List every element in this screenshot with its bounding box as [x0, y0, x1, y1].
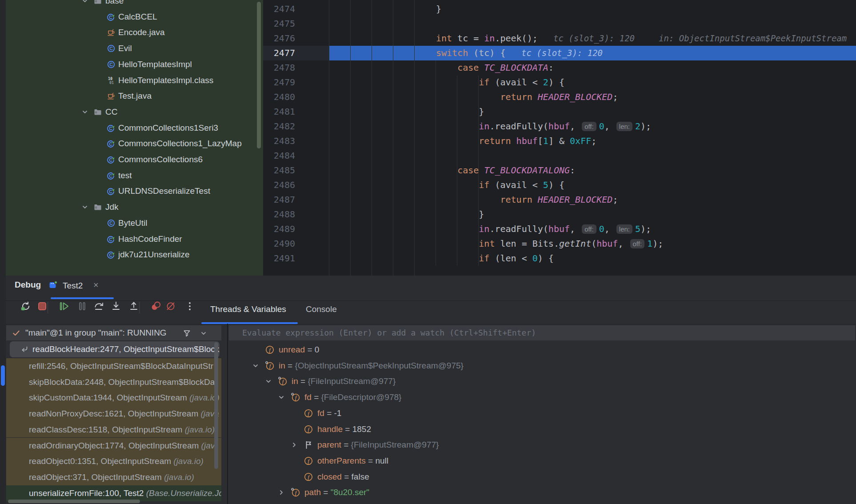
frame-row[interactable]: unserializeFromFile:100, Test2 (Base.Uns…	[6, 485, 221, 501]
view-breakpoints-button[interactable]	[150, 300, 163, 313]
frame-row-selected[interactable]: readBlockHeader:2477, ObjectInputStream$…	[10, 341, 220, 357]
editor-line: case TC_BLOCKDATALONG:	[329, 163, 575, 178]
variable-row-closed[interactable]: fclosed = false	[228, 469, 856, 485]
tree-item-urldnsdeserializetest[interactable]: CURLDNSDeserializeTest	[6, 183, 263, 199]
code-token: :	[548, 62, 554, 73]
variable-row-parent[interactable]: parent = {FileInputStream@977}	[228, 437, 856, 453]
line-number[interactable]: 2489	[263, 222, 295, 236]
line-number[interactable]: 2477	[263, 46, 295, 60]
chevron-down-icon[interactable]	[200, 330, 207, 337]
chevron-down-icon[interactable]	[278, 394, 285, 401]
variable-row-path[interactable]: fpath = "8u20.ser"	[228, 484, 856, 500]
line-number[interactable]: 2475	[263, 16, 295, 31]
line-number[interactable]: 2485	[263, 163, 295, 178]
chevron-right-icon[interactable]	[291, 441, 298, 448]
line-number[interactable]: 2484	[263, 148, 295, 163]
tab-threads-variables[interactable]: Threads & Variables	[210, 304, 286, 314]
tree-item-cc[interactable]: CC	[6, 104, 263, 120]
evaluate-expression-input[interactable]: Evaluate expression (Enter) or add a wat…	[229, 325, 855, 340]
variable-row-unread[interactable]: funread = 0	[228, 342, 856, 358]
variable-row-otherParents[interactable]: fotherParents = null	[228, 453, 856, 469]
variable-row-in[interactable]: fin = {ObjectInputStream$PeekInputStream…	[228, 358, 856, 374]
debug-tool-window-stripe-button[interactable]	[1, 365, 5, 386]
line-number[interactable]: 2478	[263, 60, 295, 75]
frame-row[interactable]: readClassDesc:1518, ObjectInputStream (j…	[6, 422, 221, 438]
line-number[interactable]: 2479	[263, 75, 295, 90]
line-number[interactable]: 2490	[263, 236, 295, 251]
tree-item-hellotemplatesimpl-class[interactable]: 1001HelloTemplatesImpl.class	[6, 72, 263, 88]
line-number[interactable]: 2488	[263, 207, 295, 222]
mute-breakpoints-button[interactable]	[165, 300, 177, 313]
frame-package: (Base.Unserialize.Jd	[146, 488, 221, 498]
code-token: );	[640, 224, 651, 234]
tab-console[interactable]: Console	[306, 304, 337, 314]
stop-button[interactable]	[36, 300, 49, 313]
frame-row[interactable]: readOrdinaryObject:1774, ObjectInputStre…	[6, 438, 221, 454]
thread-selector[interactable]: "main"@1 in group "main": RUNNING	[6, 325, 221, 340]
tree-item-test[interactable]: Ctest	[6, 168, 263, 184]
tree-item-evil[interactable]: CEvil	[6, 40, 263, 56]
line-number[interactable]: 2476	[263, 31, 295, 46]
tree-item-hellotemplatesimpl[interactable]: CHelloTemplatesImpl	[6, 56, 263, 72]
more-options-button[interactable]	[184, 300, 196, 313]
line-number[interactable]: 2483	[263, 134, 295, 148]
chevron-down-icon[interactable]	[81, 108, 88, 116]
variable-row-fd[interactable]: ffd = {FileDescriptor@978}	[228, 389, 856, 405]
tree-item-calcbcel[interactable]: CCalcBCEL	[6, 9, 263, 25]
tree-item-commonscollections6[interactable]: CCommonsCollections6	[6, 152, 263, 168]
chevron-right-icon[interactable]	[278, 489, 285, 496]
tree-item-commoncollections1seri3[interactable]: CCommonCollections1Seri3	[6, 120, 263, 136]
tree-item-test-java[interactable]: Test.java	[6, 88, 263, 104]
tree-item-encode-java[interactable]: Encode.java	[6, 24, 263, 40]
editor-line: return HEADER_BLOCKED;	[329, 90, 618, 104]
code-token	[532, 194, 538, 205]
code-token: TC_BLOCKDATALONG	[484, 165, 570, 176]
line-number[interactable]: 2481	[263, 104, 295, 119]
tree-item-byteutil[interactable]: CByteUtil	[6, 215, 263, 231]
tree-item-jdk[interactable]: Jdk	[6, 199, 263, 215]
variable-row-in[interactable]: fin = {FileInputStream@977}	[228, 373, 856, 389]
resume-button[interactable]	[59, 300, 71, 313]
variable-row-handle[interactable]: fhandle = 1852	[228, 421, 856, 437]
tree-item-base[interactable]: base	[6, 0, 263, 9]
chevron-down-icon[interactable]	[81, 204, 88, 211]
session-tab-test2[interactable]: Test2 ×	[48, 276, 119, 300]
filter-icon[interactable]	[183, 329, 191, 337]
close-icon[interactable]: ×	[93, 280, 99, 290]
frame-row[interactable]: skipCustomData:1944, ObjectInputStream (…	[6, 390, 221, 406]
tree-item-commonscollections1-lazymap[interactable]: CCommonsCollections1_LazyMap	[6, 136, 263, 152]
tree-item-jdk7u21unserialize[interactable]: Cjdk7u21Unserialize	[6, 247, 263, 263]
chevron-down-icon[interactable]	[252, 362, 259, 369]
variable-row[interactable]: f	[228, 500, 856, 504]
frame-row[interactable]: readObject:371, ObjectInputStream (java.…	[6, 469, 221, 485]
step-over-button[interactable]	[93, 300, 106, 313]
line-number[interactable]: 2491	[263, 251, 295, 266]
svg-text:C: C	[109, 62, 113, 67]
variable-row-fd[interactable]: ffd = -1	[228, 405, 856, 421]
pause-button[interactable]	[76, 300, 89, 313]
frame-row[interactable]: readObject0:1351, ObjectInputStream (jav…	[6, 453, 221, 469]
frame-row[interactable]: refill:2546, ObjectInputStream$BlockData…	[6, 358, 221, 374]
chevron-down-icon[interactable]	[265, 378, 272, 385]
equals: =	[285, 361, 295, 370]
frame-label: readBlockHeader:2477, ObjectInputStream$…	[32, 344, 220, 354]
step-into-button[interactable]	[110, 300, 123, 313]
variable-value: {FileInputStream@977}	[351, 440, 439, 449]
line-number[interactable]: 2486	[263, 178, 295, 192]
variable-name: otherParents	[317, 456, 366, 465]
code-editor[interactable]: 2474247524762477247824792480248124822483…	[263, 0, 856, 276]
line-number[interactable]: 2482	[263, 119, 295, 134]
frame-row[interactable]: skipBlockData:2448, ObjectInputStream$Bl…	[6, 374, 221, 390]
frame-row[interactable]: readNonProxyDesc:1621, ObjectInputStream…	[6, 406, 221, 422]
frames-scrollbar-horizontal[interactable]	[8, 500, 140, 503]
line-number[interactable]: 2480	[263, 90, 295, 104]
line-number[interactable]: 2487	[263, 192, 295, 207]
variables-panel: Evaluate expression (Enter) or add a wat…	[228, 324, 856, 504]
step-out-button[interactable]	[128, 300, 140, 313]
chevron-down-icon[interactable]	[81, 0, 88, 4]
project-tree-scrollbar[interactable]	[257, 2, 261, 148]
line-number[interactable]: 2474	[263, 2, 295, 16]
frames-scrollbar-vertical[interactable]	[214, 342, 218, 469]
rerun-debug-button[interactable]	[20, 300, 32, 313]
tree-item-hashcodefinder[interactable]: CHashCodeFinder	[6, 231, 263, 247]
